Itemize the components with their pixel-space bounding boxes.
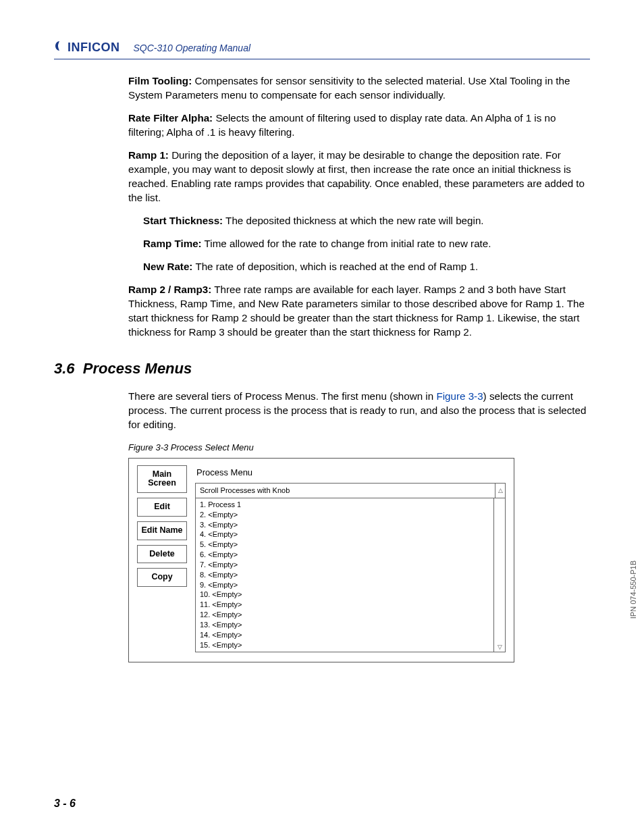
chevron-up-icon: △ — [498, 486, 503, 494]
process-list[interactable]: 1. Process 1 2. <Empty> 3. <Empty> 4. <E… — [195, 498, 494, 652]
softkey-main-screen[interactable]: Main Screen — [137, 465, 187, 494]
text-pre: There are several tiers of Process Menus… — [128, 390, 436, 402]
text: During the deposition of a layer, it may… — [128, 149, 585, 203]
ipn-side-label: IPN 074-550-P1B — [629, 561, 637, 619]
text: The rate of deposition, which is reached… — [192, 261, 478, 272]
list-item[interactable]: 4. <Empty> — [200, 529, 489, 540]
menu-instruction: Scroll Processes with Knob — [195, 483, 495, 498]
list-item[interactable]: 6. <Empty> — [200, 550, 489, 560]
logo-mark-icon — [54, 41, 65, 55]
label: Ramp Time: — [143, 238, 202, 249]
figure-process-select-menu: Main Screen Edit Edit Name Delete Copy P… — [128, 458, 514, 662]
list-item[interactable]: 12. <Empty> — [200, 610, 489, 620]
brand-logo: INFICON — [54, 41, 120, 55]
chevron-down-icon: ▽ — [498, 643, 502, 651]
list-item[interactable]: 11. <Empty> — [200, 600, 489, 610]
list-item[interactable]: 5. <Empty> — [200, 540, 489, 550]
softkey-edit-name[interactable]: Edit Name — [137, 521, 187, 540]
list-item[interactable]: 2. <Empty> — [200, 510, 489, 520]
list-item[interactable]: 9. <Empty> — [200, 580, 489, 590]
menu-area: Process Menu Scroll Processes with Knob … — [195, 465, 506, 652]
page-header: INFICON SQC-310 Operating Manual — [54, 41, 590, 59]
list-item[interactable]: 10. <Empty> — [200, 590, 489, 600]
body-content: Film Tooling: Compensates for sensor sen… — [128, 74, 590, 662]
label: Ramp 1: — [128, 149, 169, 161]
list-item[interactable]: 13. <Empty> — [200, 620, 489, 630]
label: Film Tooling: — [128, 75, 192, 86]
label: Ramp 2 / Ramp3: — [128, 284, 211, 295]
scroll-up-button[interactable]: △ — [495, 483, 506, 498]
section-number: 3.6 — [54, 360, 75, 377]
para-ramp-time: Ramp Time: Time allowed for the rate to … — [143, 237, 590, 251]
softkey-column: Main Screen Edit Edit Name Delete Copy — [137, 465, 187, 652]
figure-caption: Figure 3-3 Process Select Menu — [128, 442, 590, 454]
label: Rate Filter Alpha: — [128, 112, 213, 124]
text: Time allowed for the rate to change from… — [202, 238, 491, 249]
section-title: Process Menus — [83, 360, 192, 377]
section-heading: 3.6 Process Menus — [54, 359, 590, 379]
para-film-tooling: Film Tooling: Compensates for sensor sen… — [128, 74, 590, 103]
label: New Rate: — [143, 261, 192, 272]
document-title: SQC-310 Operating Manual — [134, 43, 251, 53]
list-item[interactable]: 1. Process 1 — [200, 500, 489, 510]
page-number: 3 - 6 — [54, 798, 76, 810]
list-item[interactable]: 15. <Empty> — [200, 640, 489, 650]
text: The deposited thickness at which the new… — [223, 215, 483, 226]
para-start-thickness: Start Thickness: The deposited thickness… — [143, 214, 590, 228]
brand-name: INFICON — [68, 41, 120, 55]
list-item[interactable]: 3. <Empty> — [200, 520, 489, 530]
para-new-rate: New Rate: The rate of deposition, which … — [143, 260, 590, 274]
list-item[interactable]: 14. <Empty> — [200, 630, 489, 640]
softkey-copy[interactable]: Copy — [137, 568, 187, 587]
softkey-delete[interactable]: Delete — [137, 545, 187, 564]
softkey-edit[interactable]: Edit — [137, 498, 187, 517]
label: Start Thickness: — [143, 215, 223, 226]
scrollbar[interactable]: ▽ — [494, 498, 506, 652]
para-ramp1: Ramp 1: During the deposition of a layer… — [128, 149, 590, 205]
menu-title: Process Menu — [195, 465, 506, 483]
text: Compensates for sensor sensitivity to th… — [128, 75, 570, 101]
para-rate-filter-alpha: Rate Filter Alpha: Selects the amount of… — [128, 111, 590, 140]
figure-xref-link[interactable]: Figure 3-3 — [436, 390, 483, 402]
list-item[interactable]: 8. <Empty> — [200, 570, 489, 580]
para-ramp23: Ramp 2 / Ramp3: Three rate ramps are ava… — [128, 283, 590, 340]
section-intro: There are several tiers of Process Menus… — [128, 390, 590, 432]
list-item[interactable]: 7. <Empty> — [200, 560, 489, 570]
